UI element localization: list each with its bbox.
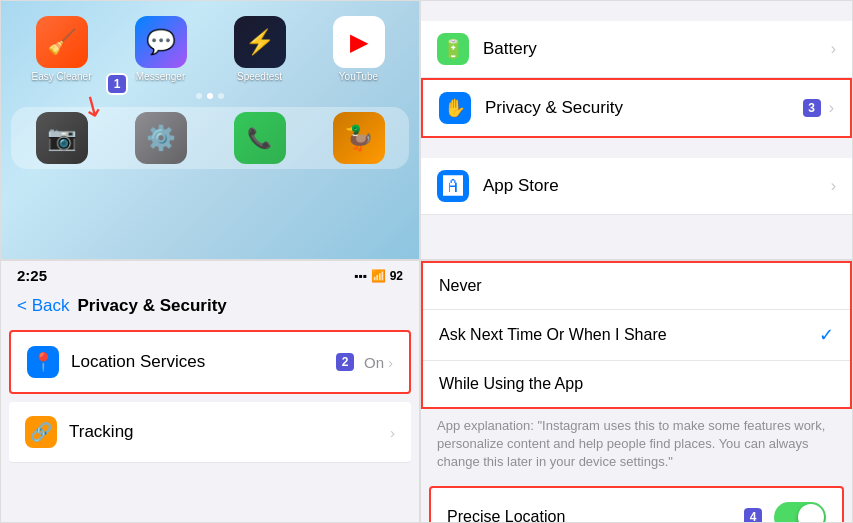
permission-never[interactable]: Never	[423, 263, 850, 310]
settings-mid-space	[421, 138, 852, 158]
privacy-label: Privacy & Security	[485, 98, 793, 118]
youtube-icon: ▶	[333, 16, 385, 68]
speedtest-icon: ⚡	[234, 16, 286, 68]
permission-ask-next-time[interactable]: Ask Next Time Or When I Share ✓	[423, 310, 850, 361]
settings-icon: ⚙️	[135, 112, 187, 164]
signal-icon: ▪▪▪	[354, 269, 367, 283]
battery-icon: 🔋	[437, 33, 469, 65]
tracking-chevron: ›	[390, 424, 395, 441]
app-youtube[interactable]: ▶ YouTube	[313, 16, 404, 82]
app-phone[interactable]: 📞	[214, 112, 305, 164]
location-services-label: Location Services	[71, 352, 326, 372]
privacy-chevron: ›	[829, 99, 834, 117]
youtube-label: YouTube	[339, 71, 378, 82]
dot-2	[207, 93, 213, 99]
toggle-knob	[798, 504, 824, 523]
precise-location-label: Precise Location	[447, 508, 734, 523]
back-button[interactable]: < Back	[17, 296, 69, 316]
step-4-badge: 4	[742, 506, 764, 523]
app-grid: 🧹 Easy Cleaner 💬 Messenger ⚡ Speedtest ▶…	[11, 11, 409, 87]
location-permission-screen: Never Ask Next Time Or When I Share ✓ Wh…	[420, 260, 853, 523]
tracking-row[interactable]: 🔗 Tracking ›	[9, 402, 411, 463]
battery-setting[interactable]: 🔋 Battery ›	[421, 21, 852, 78]
step-3-badge: 3	[801, 97, 823, 119]
battery-label: Battery	[483, 39, 831, 59]
appstore-label: App Store	[483, 176, 831, 196]
location-services-row[interactable]: 📍 Location Services 2 On ›	[9, 330, 411, 394]
dock: 📷 ⚙️ 📞 🦆	[11, 107, 409, 169]
easy-cleaner-icon: 🧹	[36, 16, 88, 68]
dot-1	[196, 93, 202, 99]
permission-while-label: While Using the App	[439, 375, 583, 393]
privacy-security-screen: 2:25 ▪▪▪ 📶 92 < Back Privacy & Security …	[0, 260, 420, 523]
dot-3	[218, 93, 224, 99]
tracking-label: Tracking	[69, 422, 390, 442]
tracking-icon: 🔗	[25, 416, 57, 448]
permission-options: Never Ask Next Time Or When I Share ✓ Wh…	[421, 261, 852, 409]
permission-while-using[interactable]: While Using the App	[423, 361, 850, 407]
permission-ask-label: Ask Next Time Or When I Share	[439, 326, 667, 344]
status-bar: 2:25 ▪▪▪ 📶 92	[1, 261, 419, 290]
app-duckduckgo[interactable]: 🦆	[313, 112, 404, 164]
appstore-setting[interactable]: 🅰 App Store ›	[421, 158, 852, 215]
status-time: 2:25	[17, 267, 47, 284]
messenger-label: Messenger	[136, 71, 185, 82]
easy-cleaner-label: Easy Cleaner	[31, 71, 91, 82]
permission-check-icon: ✓	[819, 324, 834, 346]
explanation-text: App explanation: "Instagram uses this to…	[421, 409, 852, 480]
page-dots	[11, 93, 409, 99]
messenger-icon: 💬	[135, 16, 187, 68]
permission-never-label: Never	[439, 277, 482, 295]
appstore-icon: 🅰	[437, 170, 469, 202]
camera-icon: 📷	[36, 112, 88, 164]
battery-chevron: ›	[831, 40, 836, 58]
settings-top-space	[421, 1, 852, 21]
step-2-badge: 2	[334, 351, 356, 373]
app-settings[interactable]: ⚙️	[115, 112, 206, 164]
phone-icon: 📞	[234, 112, 286, 164]
privacy-setting[interactable]: ✋ Privacy & Security 3 ›	[421, 78, 852, 138]
duckduckgo-icon: 🦆	[333, 112, 385, 164]
appstore-chevron: ›	[831, 177, 836, 195]
app-speedtest[interactable]: ⚡ Speedtest	[214, 16, 305, 82]
location-status: On	[364, 354, 384, 371]
speedtest-label: Speedtest	[237, 71, 282, 82]
precise-location-toggle[interactable]	[774, 502, 826, 523]
status-icons: ▪▪▪ 📶 92	[354, 269, 403, 283]
location-services-icon: 📍	[27, 346, 59, 378]
nav-bar: < Back Privacy & Security	[1, 290, 419, 322]
step-1-badge: 1	[106, 73, 128, 95]
home-screen: 🧹 Easy Cleaner 💬 Messenger ⚡ Speedtest ▶…	[0, 0, 420, 260]
nav-title: Privacy & Security	[77, 296, 226, 316]
settings-menu: 🔋 Battery › ✋ Privacy & Security 3 › 🅰 A…	[420, 0, 853, 260]
app-easy-cleaner[interactable]: 🧹 Easy Cleaner	[16, 16, 107, 82]
app-messenger[interactable]: 💬 Messenger	[115, 16, 206, 82]
battery-status-icon: 92	[390, 269, 403, 283]
location-chevron: ›	[388, 354, 393, 371]
wifi-icon: 📶	[371, 269, 386, 283]
precise-location-row[interactable]: Precise Location 4	[429, 486, 844, 523]
privacy-icon: ✋	[439, 92, 471, 124]
